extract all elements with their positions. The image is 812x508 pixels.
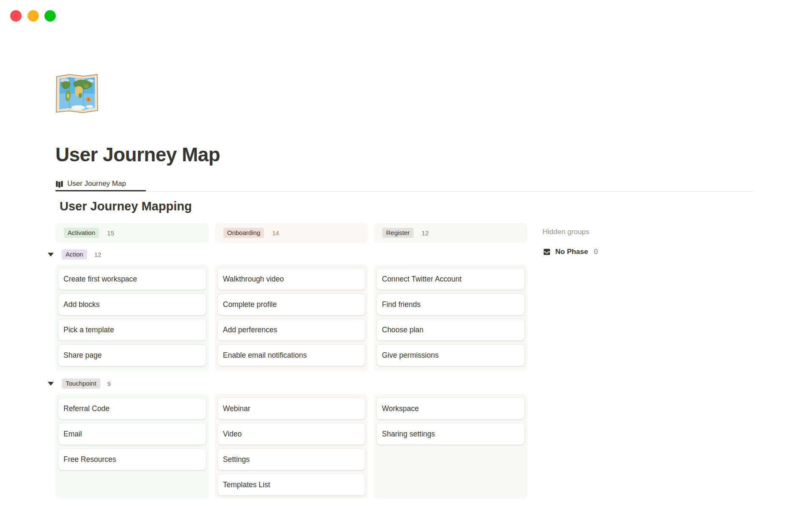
world-map-emoji xyxy=(55,74,99,113)
tabbar-divider xyxy=(55,191,754,192)
group-count: 9 xyxy=(107,380,111,387)
card-stack-touchpoint-register: Workspace Sharing settings xyxy=(374,394,527,499)
board-card[interactable]: Email xyxy=(58,423,206,445)
notion-window: User Journey Map User Journey Map User J… xyxy=(0,0,812,508)
board-card[interactable]: Settings xyxy=(217,448,365,470)
box-icon xyxy=(543,248,551,256)
board-card[interactable]: Add perferences xyxy=(217,319,365,341)
card-stack-action-onboarding: Walkthrough video Complete profile Add p… xyxy=(215,265,368,371)
board-card[interactable]: Create first workspace xyxy=(58,268,206,290)
collapse-triangle-icon[interactable] xyxy=(48,382,54,386)
board-card[interactable]: Choose plan xyxy=(376,319,525,341)
card-stack-action-register: Connect Twitter Account Find friends Cho… xyxy=(374,265,527,371)
column-header-activation[interactable]: Activation 15 xyxy=(55,223,209,243)
column-pill-activation[interactable]: Activation xyxy=(64,228,99,238)
view-tab-user-journey-map[interactable]: User Journey Map xyxy=(55,177,126,190)
minimize-window-button[interactable] xyxy=(27,10,39,22)
card-stack-touchpoint-onboarding: Webinar Video Settings Templates List xyxy=(215,394,368,499)
column-pill-register[interactable]: Register xyxy=(382,228,414,238)
board-card[interactable]: Video xyxy=(217,423,365,445)
group-header-action: Action 12 xyxy=(48,249,101,260)
hidden-groups-label: Hidden groups xyxy=(543,228,590,236)
board-card[interactable]: Enable email notifications xyxy=(217,344,365,366)
board-card[interactable]: Pick a template xyxy=(58,319,206,341)
hidden-group-no-phase[interactable]: No Phase 0 xyxy=(543,246,598,257)
hidden-group-label: No Phase xyxy=(555,248,588,256)
zoom-window-button[interactable] xyxy=(44,10,56,22)
board-view-icon xyxy=(55,180,63,188)
column-count: 15 xyxy=(107,229,114,237)
group-pill-touchpoint[interactable]: Touchpoint xyxy=(62,378,100,389)
board-card[interactable]: Connect Twitter Account xyxy=(376,268,525,290)
page-icon-world-map[interactable] xyxy=(55,74,99,113)
card-stack-touchpoint-activation: Referral Code Email Free Resources xyxy=(55,394,209,499)
board-card[interactable]: Templates List xyxy=(217,474,365,496)
board-card[interactable]: Walkthrough video xyxy=(217,268,365,290)
board-card[interactable]: Add blocks xyxy=(58,293,206,315)
column-count: 14 xyxy=(272,229,279,237)
column-header-register[interactable]: Register 12 xyxy=(374,223,527,243)
board-card[interactable]: Complete profile xyxy=(217,293,365,315)
group-header-touchpoint: Touchpoint 9 xyxy=(48,378,111,389)
board-card[interactable]: Sharing settings xyxy=(376,423,525,445)
close-window-button[interactable] xyxy=(10,10,22,22)
group-count: 12 xyxy=(94,251,102,258)
group-pill-action[interactable]: Action xyxy=(62,249,87,260)
column-pill-onboarding[interactable]: Onboarding xyxy=(223,228,264,238)
card-stack-action-activation: Create first workspace Add blocks Pick a… xyxy=(55,265,209,371)
column-count: 12 xyxy=(422,229,429,237)
page-title: User Journey Map xyxy=(55,143,220,166)
view-tab-label: User Journey Map xyxy=(67,179,126,188)
board-card[interactable]: Give permissions xyxy=(376,344,525,366)
section-heading: User Journey Mapping xyxy=(60,199,192,213)
board-card[interactable]: Workspace xyxy=(376,398,525,420)
board-card[interactable]: Find friends xyxy=(376,293,525,315)
board-card[interactable]: Referral Code xyxy=(58,398,206,420)
board-card[interactable]: Webinar xyxy=(217,398,365,420)
column-header-onboarding[interactable]: Onboarding 14 xyxy=(215,223,368,243)
board-card[interactable]: Share page xyxy=(58,344,206,366)
hidden-group-count: 0 xyxy=(594,248,598,256)
collapse-triangle-icon[interactable] xyxy=(48,253,54,257)
board-card[interactable]: Free Resources xyxy=(58,448,206,470)
